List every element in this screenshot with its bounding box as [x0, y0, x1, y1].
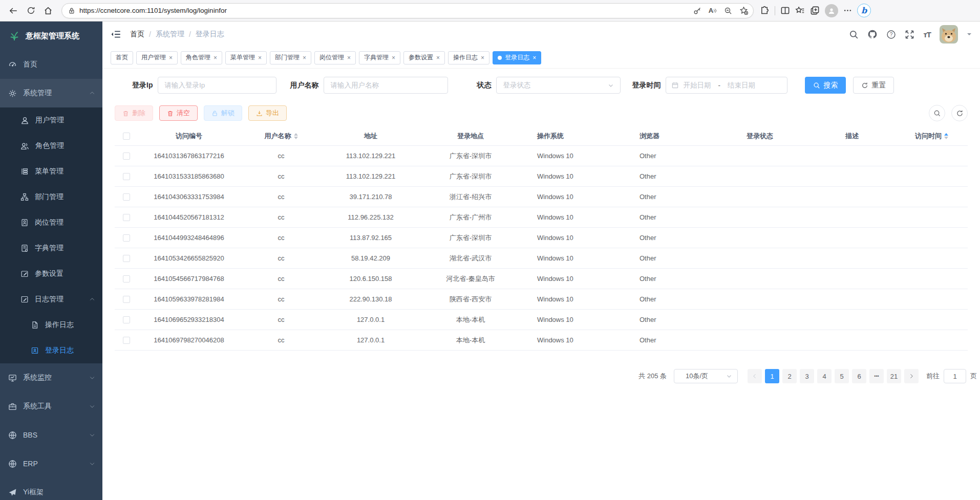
sort-icon[interactable]: [944, 133, 948, 139]
sidebar-item-post-mgmt[interactable]: 岗位管理: [0, 210, 102, 235]
row-checkbox[interactable]: [123, 337, 130, 344]
tab-param-settings[interactable]: 参数设置×: [403, 51, 445, 64]
close-icon[interactable]: ×: [532, 54, 536, 61]
row-checkbox[interactable]: [123, 214, 130, 221]
site-lock-icon[interactable]: [68, 7, 75, 14]
address-bar[interactable]: https://ccnetcore.com:1101/system/log/lo…: [61, 3, 754, 18]
page-button-4[interactable]: 4: [817, 369, 832, 383]
row-checkbox[interactable]: [123, 296, 130, 303]
sidebar-item-home[interactable]: 首页: [0, 50, 102, 79]
prev-page-button[interactable]: [748, 369, 762, 383]
page-button-2[interactable]: 2: [782, 369, 797, 383]
tab-user-mgmt[interactable]: 用户管理×: [136, 51, 178, 64]
row-checkbox[interactable]: [123, 234, 130, 242]
github-icon[interactable]: [867, 29, 878, 39]
close-icon[interactable]: ×: [258, 54, 262, 61]
refresh-table-button[interactable]: [951, 105, 968, 121]
sidebar-item-user-mgmt[interactable]: 用户管理: [0, 107, 102, 133]
row-checkbox[interactable]: [123, 153, 130, 160]
export-button[interactable]: 导出: [248, 105, 287, 121]
tab-operation-log[interactable]: 操作日志×: [448, 51, 489, 64]
user-avatar[interactable]: [940, 25, 958, 44]
sidebar-item-operation-log[interactable]: 操作日志: [0, 312, 102, 338]
search-button[interactable]: 搜索: [805, 77, 846, 94]
copilot-icon[interactable]: b: [857, 4, 871, 17]
pager-ellipsis[interactable]: •••: [869, 369, 884, 383]
browser-back-icon[interactable]: [5, 3, 22, 19]
tab-groups-icon[interactable]: [810, 6, 820, 15]
sidebar-item-menu-mgmt[interactable]: 菜单管理: [0, 159, 102, 184]
row-checkbox[interactable]: [123, 316, 130, 323]
page-button-1[interactable]: 1: [765, 369, 779, 383]
row-checkbox[interactable]: [123, 193, 130, 201]
user-name-input[interactable]: [324, 77, 448, 94]
tab-post-mgmt[interactable]: 岗位管理×: [314, 51, 356, 64]
close-icon[interactable]: ×: [481, 54, 484, 61]
sidebar-item-system-tools[interactable]: 系统工具: [0, 392, 102, 421]
close-icon[interactable]: ×: [436, 54, 440, 61]
unlock-button[interactable]: 解锁: [204, 105, 242, 121]
extensions-icon[interactable]: [760, 6, 770, 15]
tab-role-mgmt[interactable]: 角色管理×: [181, 51, 222, 64]
sidebar-item-erp[interactable]: ERP: [0, 449, 102, 478]
select-all-checkbox[interactable]: [123, 133, 130, 140]
page-button-5[interactable]: 5: [835, 369, 849, 383]
tab-login-log[interactable]: 登录日志×: [493, 51, 541, 64]
browser-home-icon[interactable]: [40, 3, 56, 19]
next-page-button[interactable]: [904, 369, 919, 383]
browser-menu-icon[interactable]: [843, 6, 852, 15]
close-icon[interactable]: ×: [169, 54, 173, 61]
row-checkbox[interactable]: [123, 173, 130, 180]
sidebar-item-yi-framework[interactable]: Yi框架: [0, 478, 102, 500]
close-icon[interactable]: ×: [392, 54, 395, 61]
sidebar-toggle-icon[interactable]: [111, 29, 121, 39]
page-button-3[interactable]: 3: [800, 369, 814, 383]
app-logo[interactable]: 意框架管理系统: [0, 21, 102, 50]
row-checkbox[interactable]: [123, 255, 130, 262]
breadcrumb-home[interactable]: 首页: [130, 30, 144, 39]
login-ip-input[interactable]: [158, 77, 276, 94]
read-aloud-icon[interactable]: A: [705, 4, 720, 18]
sidebar-item-param-settings[interactable]: 参数设置: [0, 261, 102, 287]
sidebar-item-dict-mgmt[interactable]: 字典管理: [0, 235, 102, 261]
sidebar-item-login-log[interactable]: 登录日志: [0, 338, 102, 363]
close-icon[interactable]: ×: [303, 54, 306, 61]
reset-button[interactable]: 重置: [853, 77, 894, 94]
url-text[interactable]: https://ccnetcore.com:1101/system/log/lo…: [79, 7, 690, 14]
tab-dept-mgmt[interactable]: 部门管理×: [270, 51, 311, 64]
page-button-21[interactable]: 21: [887, 369, 901, 383]
avatar-caret-icon[interactable]: [967, 32, 972, 37]
sidebar-item-system-mgmt[interactable]: 系统管理: [0, 79, 102, 107]
sidebar-item-bbs[interactable]: BBS: [0, 421, 102, 449]
search-icon[interactable]: [849, 30, 859, 39]
collections-icon[interactable]: [795, 6, 805, 15]
login-time-range[interactable]: 开始日期 - 结束日期: [666, 77, 787, 94]
favorites-add-icon[interactable]: [736, 4, 751, 18]
show-search-button[interactable]: [929, 105, 945, 121]
close-icon[interactable]: ×: [347, 54, 351, 61]
row-checkbox[interactable]: [123, 275, 130, 282]
tab-home[interactable]: 首页: [111, 51, 133, 64]
sidebar-item-role-mgmt[interactable]: 角色管理: [0, 133, 102, 159]
sidebar-item-log-mgmt[interactable]: 日志管理: [0, 287, 102, 312]
sidebar-item-system-monitor[interactable]: 系统监控: [0, 363, 102, 392]
status-select[interactable]: 登录状态: [496, 77, 621, 94]
fullscreen-icon[interactable]: [905, 30, 914, 39]
split-screen-icon[interactable]: [780, 6, 790, 15]
clear-button[interactable]: 清空: [159, 105, 198, 121]
close-icon[interactable]: ×: [214, 54, 217, 61]
tab-menu-mgmt[interactable]: 菜单管理×: [225, 51, 267, 64]
tab-dict-mgmt[interactable]: 字典管理×: [359, 51, 400, 64]
help-icon[interactable]: ?: [886, 30, 896, 39]
font-size-icon[interactable]: тT: [923, 30, 931, 39]
browser-refresh-icon[interactable]: [23, 3, 39, 19]
goto-page-input[interactable]: [944, 369, 966, 383]
zoom-out-icon[interactable]: [720, 4, 736, 18]
password-key-icon[interactable]: [690, 4, 705, 18]
sort-icon[interactable]: [294, 133, 298, 139]
page-size-select[interactable]: 10条/页: [674, 369, 738, 383]
sidebar-item-dept-mgmt[interactable]: 部门管理: [0, 184, 102, 210]
browser-profile-icon[interactable]: [825, 4, 838, 17]
delete-button[interactable]: 删除: [115, 105, 153, 121]
page-button-6[interactable]: 6: [852, 369, 866, 383]
